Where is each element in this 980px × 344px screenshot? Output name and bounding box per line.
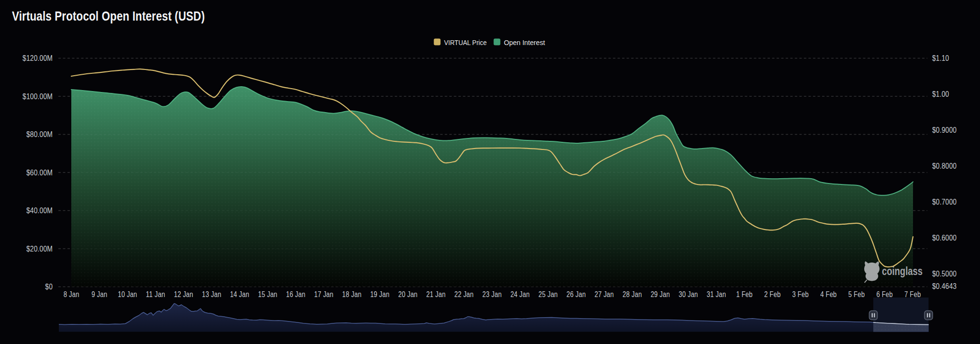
svg-text:20 Jan: 20 Jan	[398, 290, 417, 298]
svg-text:22 Jan: 22 Jan	[454, 290, 473, 298]
svg-text:$0.8000: $0.8000	[932, 162, 957, 170]
svg-text:10 Jan: 10 Jan	[118, 290, 137, 298]
svg-text:Virtuals Protocol Open Interes: Virtuals Protocol Open Interest (USD)	[12, 9, 205, 23]
svg-text:$0.9000: $0.9000	[932, 126, 957, 134]
svg-text:$60.00M: $60.00M	[26, 169, 53, 177]
svg-text:8 Jan: 8 Jan	[64, 290, 79, 298]
svg-text:15 Jan: 15 Jan	[258, 290, 277, 298]
svg-text:27 Jan: 27 Jan	[594, 290, 613, 298]
svg-text:$0.4643: $0.4643	[932, 282, 957, 290]
svg-text:19 Jan: 19 Jan	[370, 290, 390, 298]
svg-text:16 Jan: 16 Jan	[286, 290, 305, 298]
svg-text:17 Jan: 17 Jan	[314, 290, 333, 298]
svg-text:5 Feb: 5 Feb	[848, 290, 865, 298]
svg-text:$20.00M: $20.00M	[26, 245, 53, 253]
svg-text:9 Jan: 9 Jan	[91, 290, 107, 298]
svg-text:$0.7000: $0.7000	[932, 198, 957, 206]
svg-text:$80.00M: $80.00M	[26, 130, 53, 138]
svg-text:30 Jan: 30 Jan	[679, 290, 698, 298]
svg-text:31 Jan: 31 Jan	[707, 290, 726, 298]
svg-text:23 Jan: 23 Jan	[482, 290, 501, 298]
svg-text:13 Jan: 13 Jan	[202, 290, 221, 298]
svg-text:$1.10: $1.10	[932, 54, 949, 62]
svg-text:28 Jan: 28 Jan	[623, 290, 642, 298]
svg-text:21 Jan: 21 Jan	[426, 290, 445, 298]
svg-text:3 Feb: 3 Feb	[792, 290, 809, 298]
svg-text:VIRTUAL Price: VIRTUAL Price	[444, 38, 487, 46]
svg-text:24 Jan: 24 Jan	[511, 290, 530, 298]
svg-text:Open Interest: Open Interest	[504, 38, 546, 46]
svg-text:$40.00M: $40.00M	[26, 206, 53, 215]
svg-text:12 Jan: 12 Jan	[174, 290, 193, 298]
svg-text:$0: $0	[45, 283, 53, 291]
svg-text:2 Feb: 2 Feb	[764, 290, 780, 298]
svg-text:25 Jan: 25 Jan	[538, 290, 557, 298]
svg-text:1 Feb: 1 Feb	[736, 290, 752, 298]
svg-text:7 Feb: 7 Feb	[904, 290, 921, 298]
svg-text:18 Jan: 18 Jan	[342, 290, 361, 298]
svg-text:$1.00: $1.00	[932, 90, 949, 98]
svg-text:11 Jan: 11 Jan	[146, 290, 165, 298]
svg-text:14 Jan: 14 Jan	[230, 290, 249, 298]
svg-text:29 Jan: 29 Jan	[651, 290, 670, 298]
svg-text:26 Jan: 26 Jan	[567, 290, 586, 298]
svg-text:$0.5000: $0.5000	[932, 270, 957, 278]
svg-text:4 Feb: 4 Feb	[820, 290, 836, 298]
svg-text:$100.00M: $100.00M	[22, 92, 53, 101]
svg-text:$120.00M: $120.00M	[22, 54, 53, 62]
svg-text:$0.6000: $0.6000	[932, 234, 957, 242]
svg-text:6 Feb: 6 Feb	[876, 290, 892, 298]
svg-text:coinglass: coinglass	[882, 265, 923, 277]
